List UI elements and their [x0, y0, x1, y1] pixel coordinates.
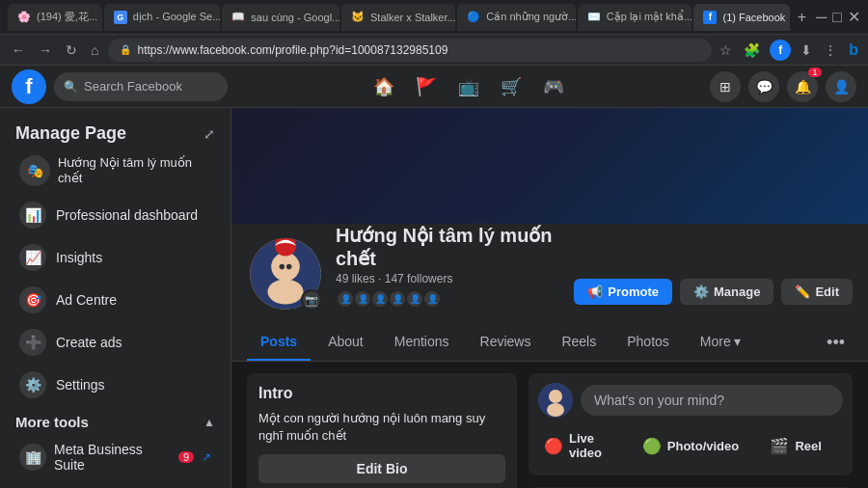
right-column: What's on your mind? 🔴 Live video 🟢 Phot…: [529, 373, 853, 488]
facebook-app: f 🔍 Search Facebook 🏠 🚩 📺 🛒 🎮 ⊞ 💬 🔔 1 👤: [0, 66, 868, 488]
sidebar-item-insights[interactable]: 📈 Insights: [4, 236, 227, 279]
sidebar-page-item[interactable]: 🎭 Hướng Nội tâm lý muốn chết: [4, 148, 227, 194]
messenger-icon[interactable]: 💬: [748, 71, 779, 102]
reload-button[interactable]: ↻: [62, 42, 81, 58]
tab-5[interactable]: 🔵 Cần những ngườ... ✕: [457, 4, 576, 31]
tab-3[interactable]: 📖 sau cùng - Googl... ✕: [222, 4, 339, 31]
promote-icon: 📢: [587, 285, 603, 299]
meta-suite-external-icon[interactable]: ↗: [202, 450, 211, 464]
profile-avatar-container: 📷: [247, 235, 324, 312]
fb-search-bar[interactable]: 🔍 Search Facebook: [54, 72, 228, 101]
reel-label: Reel: [795, 439, 821, 453]
tab-1[interactable]: 🌸 (194) 愛,花... ✕: [8, 4, 102, 31]
search-icon: 🔍: [64, 80, 78, 94]
extension-icon[interactable]: 🧩: [742, 41, 762, 60]
tab-posts[interactable]: Posts: [247, 324, 311, 361]
downloads-icon[interactable]: ⬇: [799, 41, 814, 60]
follower-6: 👤: [422, 289, 442, 309]
page-tabs: Posts About Mentions Reviews Reels: [231, 324, 868, 362]
intro-title: Intro: [258, 385, 505, 402]
tab-reels[interactable]: Reels: [548, 324, 610, 361]
nav-home[interactable]: 🏠: [365, 69, 403, 104]
insights-icon: 📈: [19, 244, 46, 271]
live-video-action[interactable]: 🔴 Live video: [538, 425, 633, 466]
new-tab-button[interactable]: +: [792, 9, 812, 26]
tab-2[interactable]: G dịch - Google Se... ✕: [104, 4, 221, 31]
edit-button[interactable]: ✏️ Edit: [781, 279, 853, 305]
sidebar-item-ad-centre[interactable]: 🎯 Ad Centre: [4, 279, 227, 321]
notifications-icon[interactable]: 🔔 1: [787, 71, 818, 102]
lock-icon: 🔒: [120, 44, 131, 55]
manage-button[interactable]: ⚙️ Manage: [680, 279, 773, 305]
edit-bio-button[interactable]: Edit Bio: [258, 454, 505, 483]
tab-more[interactable]: More ▾: [687, 324, 754, 361]
url-bar[interactable]: 🔒 https://www.facebook.com/profile.php?i…: [108, 39, 712, 62]
post-input[interactable]: What's on your mind?: [581, 385, 843, 416]
browser-chrome: 🌸 (194) 愛,花... ✕ G dịch - Google Se... ✕…: [0, 0, 868, 35]
more-tools-arrow[interactable]: ▲: [203, 416, 215, 429]
close-window-icon[interactable]: ✕: [848, 8, 860, 26]
tab-photos[interactable]: Photos: [613, 324, 683, 361]
follower-3: 👤: [370, 289, 390, 309]
url-text: https://www.facebook.com/profile.php?id=…: [137, 43, 700, 57]
tab-7-active[interactable]: f (1) Facebook ✕: [693, 4, 789, 31]
promote-label: Promote: [608, 285, 659, 299]
tab-reviews[interactable]: Reviews: [467, 324, 545, 361]
promote-button[interactable]: 📢 Promote: [574, 279, 672, 305]
home-button[interactable]: ⌂: [87, 42, 102, 58]
svg-point-4: [280, 264, 285, 270]
more-tools-label: More tools: [15, 414, 89, 430]
sidebar-item-settings[interactable]: ⚙️ Settings: [4, 364, 227, 406]
sidebar-expand-icon[interactable]: ⤢: [203, 126, 215, 142]
sidebar-item-meta-suite[interactable]: 🏢 Meta Business Suite 9 ↗: [4, 434, 227, 480]
manage-label: Manage: [714, 285, 760, 299]
maximize-icon[interactable]: □: [832, 9, 842, 26]
live-video-label: Live video: [569, 431, 627, 460]
svg-point-2: [268, 280, 304, 305]
meta-suite-icon: 🏢: [19, 444, 46, 471]
followers-count: 147 followers: [385, 272, 453, 285]
settings-icon[interactable]: ⋮: [822, 41, 839, 60]
tab-6[interactable]: ✉️ Cặp lại mật khẩ... ✕: [578, 4, 692, 31]
profile-icon[interactable]: f: [770, 40, 791, 61]
bing-icon[interactable]: b: [847, 40, 860, 61]
meta-suite-badge: 9: [178, 451, 194, 463]
page-content: 📷 Hướng Nội tâm lý muốn chết 49 likes · …: [231, 108, 868, 488]
sidebar-item-dashboard[interactable]: 📊 Professional dashboard: [4, 194, 227, 236]
tab-7-title: (1) Facebook: [722, 12, 785, 23]
manage-icon: ⚙️: [693, 285, 709, 299]
forward-button[interactable]: →: [35, 42, 56, 58]
sidebar-item-create-ads[interactable]: ➕ Create ads: [4, 321, 227, 364]
nav-marketplace[interactable]: 🛒: [492, 69, 530, 104]
dashboard-icon: 📊: [19, 202, 46, 229]
ad-centre-icon: 🎯: [19, 286, 46, 313]
reel-icon: 🎬: [770, 437, 789, 455]
tab-2-favicon: G: [114, 11, 127, 24]
tab-4-title: Stalker x Stalker...: [370, 12, 455, 23]
tab-mentions[interactable]: Mentions: [381, 324, 463, 361]
camera-icon[interactable]: 📷: [301, 289, 322, 311]
follower-1: 👤: [336, 289, 355, 309]
follower-2: 👤: [353, 289, 372, 309]
star-icon[interactable]: ☆: [718, 41, 734, 60]
svg-point-7: [549, 390, 562, 403]
post-composer: What's on your mind? 🔴 Live video 🟢 Phot…: [529, 373, 853, 475]
nav-flag[interactable]: 🚩: [407, 69, 446, 104]
account-icon[interactable]: 👤: [826, 71, 856, 102]
nav-watch[interactable]: 📺: [449, 69, 488, 104]
tab-about[interactable]: About: [314, 324, 377, 361]
back-button[interactable]: ←: [8, 42, 29, 58]
minimize-icon[interactable]: ─: [816, 9, 827, 26]
tab-bar: 🌸 (194) 愛,花... ✕ G dịch - Google Se... ✕…: [8, 4, 812, 31]
nav-gaming[interactable]: 🎮: [534, 69, 573, 104]
tab-6-title: Cặp lại mật khẩ...: [607, 11, 692, 23]
edit-icon: ✏️: [795, 285, 810, 299]
apps-icon[interactable]: ⊞: [710, 71, 741, 102]
follower-avatars: 👤 👤 👤 👤 👤 👤: [336, 289, 562, 309]
tab-4[interactable]: 🐱 Stalker x Stalker... ✕: [341, 4, 455, 31]
sidebar-page-avatar: 🎭: [19, 155, 50, 186]
photo-video-action[interactable]: 🟢 Photo/video: [637, 425, 745, 466]
fb-logo: f: [12, 69, 46, 104]
reel-action[interactable]: 🎬 Reel: [748, 425, 843, 466]
more-options-dots[interactable]: •••: [819, 325, 853, 361]
